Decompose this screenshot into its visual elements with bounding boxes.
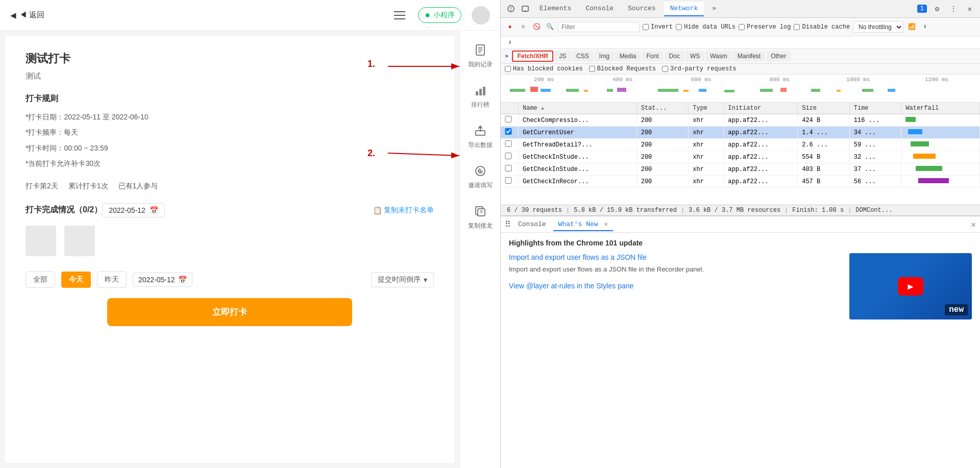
arrow-right-icon: ➤ (505, 52, 509, 61)
col-size[interactable]: Size (798, 103, 850, 114)
hamburger-button[interactable] (391, 7, 408, 23)
row-initiator-2: app.af22... (724, 139, 798, 151)
tab-elements[interactable]: Elements (533, 2, 577, 16)
col-initiator[interactable]: Initiator (724, 103, 798, 114)
sidebar-item-invite[interactable]: 邀请填写 (460, 157, 500, 197)
preserve-log-label[interactable]: Preserve log (739, 23, 791, 31)
settings-icon[interactable]: ⚙ (931, 3, 943, 15)
filter-media[interactable]: Media (615, 51, 641, 61)
date-picker[interactable]: 2022-05-12 📅 (102, 203, 165, 217)
disable-cache-label[interactable]: Disable cache (794, 23, 850, 31)
col-type[interactable]: Type (689, 103, 724, 114)
whats-new-close[interactable]: ✕ (604, 220, 608, 228)
tab-whats-new[interactable]: What's New ✕ (553, 218, 614, 231)
table-header-row: Name ▲ Stat... Type Initiator Size Time … (501, 103, 980, 114)
tab-network[interactable]: Network (664, 2, 704, 16)
col-status[interactable]: Stat... (636, 103, 689, 114)
download-icon[interactable]: ⬇ (505, 37, 515, 47)
tab-console[interactable]: Console (579, 2, 620, 16)
tab-console-bottom[interactable]: Console (513, 218, 551, 230)
has-blocked-cookies-checkbox[interactable] (505, 66, 511, 72)
sort-select[interactable]: 提交时间倒序 ▾ (371, 272, 434, 287)
status-resources: 3.6 kB / 3.7 MB resources (689, 207, 780, 214)
row-time-2: 59 ... (849, 139, 901, 151)
filter-wasm[interactable]: Wasm (705, 51, 732, 61)
col-checkbox (501, 103, 519, 114)
row-checkbox-4[interactable] (505, 165, 512, 171)
table-row[interactable]: GetCheckInStude... 200 xhr app.af22... 5… (501, 151, 980, 163)
devtools-device-icon[interactable] (519, 3, 531, 15)
filter-fetch-xhr[interactable]: Fetch/XHR (512, 51, 553, 62)
col-time[interactable]: Time (849, 103, 901, 114)
invert-checkbox-label[interactable]: Invert (643, 23, 673, 31)
wifi-icon[interactable]: 📶 (906, 22, 917, 32)
record-button[interactable]: ● (505, 22, 515, 32)
more-options-icon[interactable]: ⋮ (947, 3, 960, 15)
youtube-play-button[interactable]: ▶ (898, 277, 923, 295)
filter-ws[interactable]: WS (685, 51, 704, 61)
whats-new-link-2[interactable]: View @layer at-rules in the Styles pane (509, 282, 841, 290)
clear-button[interactable]: 🚫 (531, 22, 542, 32)
tab-more[interactable]: » (706, 2, 722, 16)
close-devtools-icon[interactable]: ✕ (964, 3, 976, 15)
row-status-4: 200 (636, 163, 689, 176)
col-waterfall[interactable]: Waterfall (901, 103, 980, 114)
filter-img[interactable]: Img (595, 51, 614, 61)
row-checkbox-3[interactable] (505, 153, 512, 159)
filter-yesterday-btn[interactable]: 昨天 (97, 272, 127, 288)
upload-icon[interactable]: ⬆ (920, 22, 930, 32)
svg-point-18 (510, 10, 511, 11)
svg-rect-28 (617, 88, 626, 92)
hide-data-urls-checkbox[interactable] (676, 24, 682, 30)
row-checkbox-0[interactable] (505, 116, 512, 122)
bottom-panel-dots[interactable]: ⠿ (505, 219, 511, 230)
devtools-inspect-icon[interactable] (505, 3, 517, 15)
filter-doc[interactable]: Doc (665, 51, 684, 61)
back-button[interactable]: ◀ ◀ 返回 (10, 10, 44, 20)
sidebar-item-my-records[interactable]: 我的记录 (460, 36, 500, 76)
stat-day: 打卡第2天 (26, 182, 58, 191)
sidebar-item-ranking[interactable]: 排行榜 (460, 76, 500, 116)
table-row[interactable]: GetCurrentUser 200 xhr app.af22... 1.4 .… (501, 127, 980, 139)
row-checkbox-1[interactable] (505, 128, 512, 135)
search-button[interactable]: 🔍 (545, 22, 555, 32)
throttling-dropdown[interactable]: No throttling (853, 21, 903, 33)
has-blocked-cookies-label[interactable]: Has blocked cookies (505, 65, 583, 72)
filter-js[interactable]: JS (554, 51, 571, 61)
hide-data-urls-label[interactable]: Hide data URLs (676, 23, 736, 31)
invert-checkbox[interactable] (643, 24, 649, 30)
row-checkbox-5[interactable] (505, 177, 512, 184)
filter-font[interactable]: Font (642, 51, 664, 61)
filter-all-btn[interactable]: 全部 (26, 272, 55, 288)
col-name[interactable]: Name ▲ (519, 103, 637, 114)
copy-checkin-list[interactable]: 📋 复制未打卡名单 (373, 206, 434, 215)
invert-label: Invert (651, 23, 673, 31)
table-row[interactable]: CheckCompressio... 200 xhr app.af22... 4… (501, 114, 980, 127)
whats-new-link-1[interactable]: Import and export user flows as a JSON f… (509, 253, 841, 261)
row-checkbox-2[interactable] (505, 140, 512, 147)
blocked-requests-checkbox[interactable] (589, 66, 595, 72)
table-row[interactable]: GetThreadDetail?... 200 xhr app.af22... … (501, 139, 980, 151)
filter-manifest[interactable]: Manifest (733, 51, 765, 61)
filter-date-picker[interactable]: 2022-05-12 📅 (133, 273, 192, 287)
table-row[interactable]: GetCheckInStude... 200 xhr app.af22... 4… (501, 163, 980, 176)
bottom-panel-close-btn[interactable]: ✕ (971, 219, 976, 230)
filter-other[interactable]: Other (766, 51, 791, 61)
mini-prog-button[interactable]: ● 小程序 (418, 7, 461, 23)
filter-input[interactable] (558, 22, 640, 32)
stop-button[interactable]: ⊘ (518, 22, 528, 32)
blocked-requests-label[interactable]: Blocked Requests (589, 65, 656, 72)
third-party-label[interactable]: 3rd-party requests (662, 65, 737, 72)
sidebar-item-copy-chain[interactable]: 复制接龙 (460, 197, 500, 237)
network-table[interactable]: Name ▲ Stat... Type Initiator Size Time … (501, 103, 980, 205)
preserve-log-checkbox[interactable] (739, 24, 745, 30)
table-row[interactable]: GetCheckInRecor... 200 xhr app.af22... 4… (501, 176, 980, 188)
third-party-checkbox[interactable] (662, 66, 668, 72)
submit-checkin-button[interactable]: 立即打卡 (107, 298, 352, 326)
disable-cache-checkbox[interactable] (794, 24, 800, 30)
filter-css[interactable]: CSS (572, 51, 594, 61)
sidebar-item-export[interactable]: 导出数据 (460, 116, 500, 157)
page-title: 测试打卡 (26, 51, 434, 66)
filter-today-btn[interactable]: 今天 (61, 272, 91, 288)
tab-sources[interactable]: Sources (622, 2, 662, 16)
